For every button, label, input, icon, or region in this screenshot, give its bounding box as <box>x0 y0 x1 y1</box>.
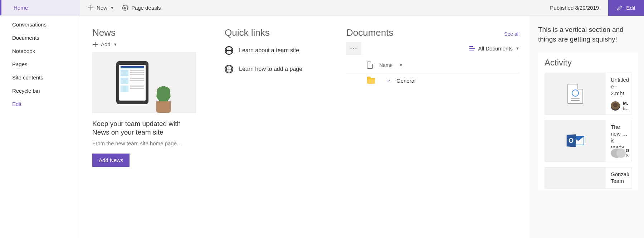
activity-meta: Untitled… e - 2.mht Mi… Edi… <box>606 73 631 115</box>
chevron-down-icon: ▼ <box>399 63 403 67</box>
outlook-icon: O <box>566 134 584 148</box>
nav-item-documents[interactable]: Documents <box>0 31 80 44</box>
nav-item-conversations[interactable]: Conversations <box>0 18 80 31</box>
quicklink-item[interactable]: Learn about a team site <box>225 41 332 60</box>
plus-icon <box>92 42 98 47</box>
left-nav: Conversations Documents Notebook Pages S… <box>0 16 80 238</box>
documents-column-header[interactable]: Name ▼ <box>346 57 519 73</box>
globe-icon <box>225 65 233 73</box>
activity-item-user: Go… <box>626 148 629 153</box>
web-document-icon <box>567 84 583 104</box>
nav-item-home-active[interactable]: Home <box>0 0 80 15</box>
add-news-button[interactable]: Add News <box>92 154 130 167</box>
activity-item-user: Mi… <box>623 101 629 106</box>
activity-meta: The new … is ready Go… Se… <box>606 120 631 162</box>
canvas: News Add ▼ <box>80 16 644 238</box>
file-icon <box>367 62 373 69</box>
edit-label: Edit <box>626 5 635 11</box>
chevron-down-icon: ▼ <box>516 46 519 50</box>
page-main: News Add ▼ <box>80 16 530 238</box>
quicklink-label: Learn how to add a page <box>239 66 302 72</box>
documents-toolbar: ··· All Documents ▼ <box>346 42 519 57</box>
layout: Conversations Documents Notebook Pages S… <box>0 16 644 238</box>
activity-item-title: The new … is ready <box>611 124 629 148</box>
nav-item-recycle-bin[interactable]: Recycle bin <box>0 84 80 97</box>
news-illustration <box>92 52 196 113</box>
globe-icon <box>225 46 233 55</box>
column-name-label: Name <box>379 62 392 68</box>
activity-thumb <box>545 167 606 188</box>
svg-point-0 <box>125 7 126 9</box>
command-bar-right: Published 8/20/2019 Edit <box>550 0 644 15</box>
news-add-label: Add <box>101 41 111 47</box>
activity-item[interactable]: O The new … is ready Go… Se… <box>545 120 632 162</box>
documents-webpart: Documents See all ··· All Documents ▼ <box>346 27 519 238</box>
activity-item-action: Se… <box>626 153 629 158</box>
pencil-icon <box>617 5 623 11</box>
activity-item-action: Edi… <box>623 106 629 111</box>
quicklink-item[interactable]: Learn how to add a page <box>225 60 332 78</box>
documents-row[interactable]: ↗ General <box>346 73 519 88</box>
activity-title: Activity <box>545 58 632 68</box>
nav-item-edit[interactable]: Edit <box>0 97 80 111</box>
list-view-icon <box>469 46 475 50</box>
page-details-label: Page details <box>131 5 161 11</box>
activity-thumb <box>545 73 606 115</box>
activity-thumb: O <box>545 120 606 162</box>
documents-title: Documents <box>346 27 394 38</box>
documents-view-label: All Documents <box>478 45 513 52</box>
vertical-text: This is a vertical section and things ar… <box>538 25 638 44</box>
vertical-section: This is a vertical section and things ar… <box>530 16 644 238</box>
command-bar-actions: New ▼ Page details <box>80 0 550 15</box>
chevron-down-icon: ▼ <box>113 42 117 47</box>
see-all-link[interactable]: See all <box>504 31 519 37</box>
activity-meta: Gonzalos Team <box>606 167 631 188</box>
activity-item-title: Untitled… e - 2.mht <box>611 77 629 97</box>
nav-item-notebook[interactable]: Notebook <box>0 44 80 58</box>
nav-item-site-contents[interactable]: Site contents <box>0 71 80 84</box>
chevron-down-icon: ▼ <box>110 6 114 10</box>
folder-icon <box>367 78 375 84</box>
news-hero-subtitle: From the new team site home page… <box>92 140 210 146</box>
documents-more-button[interactable]: ··· <box>346 42 361 55</box>
tablet-illustration <box>116 61 148 104</box>
quicklink-label: Learn about a team site <box>239 47 299 54</box>
command-bar: Home New ▼ Page details Published 8/20/2… <box>0 0 644 16</box>
activity-item-title: Gonzalos Team <box>611 171 629 185</box>
new-label: New <box>97 5 107 11</box>
published-date: Published 8/20/2019 <box>550 5 599 11</box>
shared-icon: ↗ <box>387 79 390 83</box>
news-title: News <box>92 27 210 38</box>
news-webpart: News Add ▼ <box>92 27 210 238</box>
documents-view-selector[interactable]: All Documents ▼ <box>469 45 519 52</box>
gear-icon <box>122 5 128 11</box>
avatar <box>611 149 623 158</box>
activity-item[interactable]: Gonzalos Team <box>545 167 632 189</box>
plus-icon <box>88 5 94 11</box>
news-add-button[interactable]: Add ▼ <box>92 41 210 47</box>
plant-illustration <box>155 81 172 113</box>
activity-item[interactable]: Untitled… e - 2.mht Mi… Edi… <box>545 73 632 115</box>
documents-row-name: General <box>396 78 415 84</box>
avatar <box>611 101 620 111</box>
nav-item-label: Home <box>14 5 28 11</box>
activity-webpart: Activity Untitled… e - 2.mht Mi… <box>538 52 638 190</box>
new-button[interactable]: New ▼ <box>88 5 114 11</box>
news-hero-title: Keep your team updated with News on your… <box>92 120 196 137</box>
quicklinks-webpart: Quick links Learn about a team site Lear… <box>225 27 332 238</box>
edit-button[interactable]: Edit <box>608 0 644 16</box>
nav-item-pages[interactable]: Pages <box>0 58 80 71</box>
quicklinks-title: Quick links <box>225 27 332 38</box>
page-details-button[interactable]: Page details <box>122 5 161 11</box>
